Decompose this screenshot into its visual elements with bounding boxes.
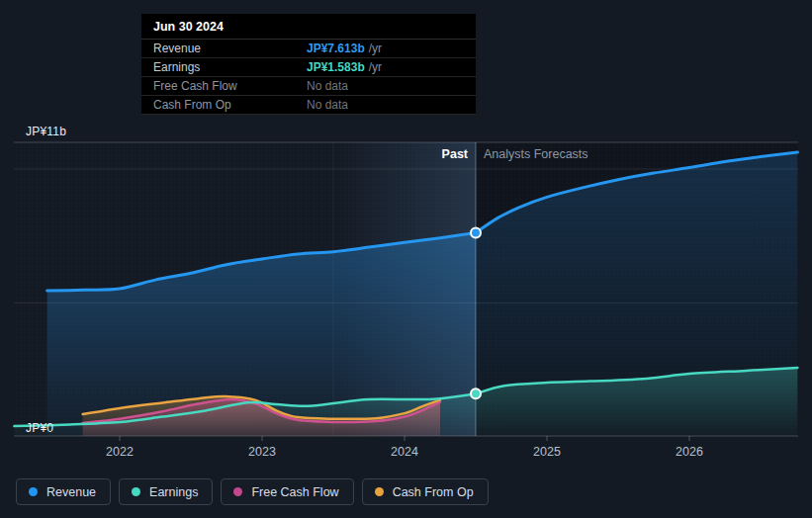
tooltip-row-earnings: Earnings JP¥1.583b /yr: [141, 58, 476, 77]
y-axis-max-label: JP¥11b: [26, 125, 66, 138]
legend-free-cash-flow-label: Free Cash Flow: [251, 485, 338, 499]
legend-item-earnings[interactable]: Earnings: [119, 478, 213, 505]
tooltip-date: Jun 30 2024: [141, 14, 476, 40]
tooltip-row-free-cash-flow: Free Cash Flow No data: [141, 77, 476, 96]
x-tick-2026: 2026: [676, 445, 703, 459]
analysts-forecasts-label: Analysts Forecasts: [484, 147, 588, 161]
chart-legend: Revenue Earnings Free Cash Flow Cash Fro…: [16, 478, 489, 505]
past-label: Past: [0, 147, 468, 161]
earnings-dot-icon: [132, 487, 140, 496]
tooltip-earnings-value: JP¥1.583b: [307, 60, 365, 74]
tooltip-cashop-label: Cash From Op: [153, 98, 307, 112]
chart-tooltip: Jun 30 2024 Revenue JP¥7.613b /yr Earnin…: [141, 14, 476, 115]
tooltip-fcf-label: Free Cash Flow: [153, 79, 307, 93]
legend-earnings-label: Earnings: [149, 485, 198, 499]
tooltip-revenue-value: JP¥7.613b: [307, 42, 365, 55]
x-tick-2023: 2023: [248, 445, 276, 459]
tooltip-earnings-label: Earnings: [153, 60, 307, 74]
tooltip-cashop-value: No data: [307, 98, 348, 112]
x-axis-ticks: [120, 436, 689, 441]
revenue-marker-dot: [471, 227, 481, 237]
tooltip-revenue-unit: /yr: [369, 42, 382, 55]
tooltip-earnings-unit: /yr: [369, 60, 382, 74]
legend-revenue-label: Revenue: [46, 485, 96, 499]
legend-cash-from-op-label: Cash From Op: [393, 485, 474, 499]
earnings-marker-dot: [471, 388, 481, 398]
free-cash-flow-dot-icon: [233, 487, 242, 496]
x-tick-2022: 2022: [106, 445, 134, 459]
y-axis-zero-label: JP¥0: [26, 421, 53, 435]
legend-item-cash-from-op[interactable]: Cash From Op: [362, 478, 489, 505]
tooltip-fcf-value: No data: [307, 79, 348, 93]
cash-from-op-dot-icon: [375, 487, 384, 496]
earnings-revenue-chart: JP¥11b JP¥0 Past Analysts Forecasts 2022…: [0, 0, 812, 518]
x-tick-2025: 2025: [533, 445, 561, 459]
revenue-dot-icon: [29, 487, 38, 496]
legend-item-revenue[interactable]: Revenue: [16, 478, 111, 505]
tooltip-revenue-label: Revenue: [153, 42, 307, 55]
x-tick-2024: 2024: [391, 445, 418, 459]
tooltip-row-revenue: Revenue JP¥7.613b /yr: [141, 40, 476, 58]
legend-item-free-cash-flow[interactable]: Free Cash Flow: [221, 478, 353, 505]
tooltip-row-cash-from-op: Cash From Op No data: [141, 96, 476, 115]
